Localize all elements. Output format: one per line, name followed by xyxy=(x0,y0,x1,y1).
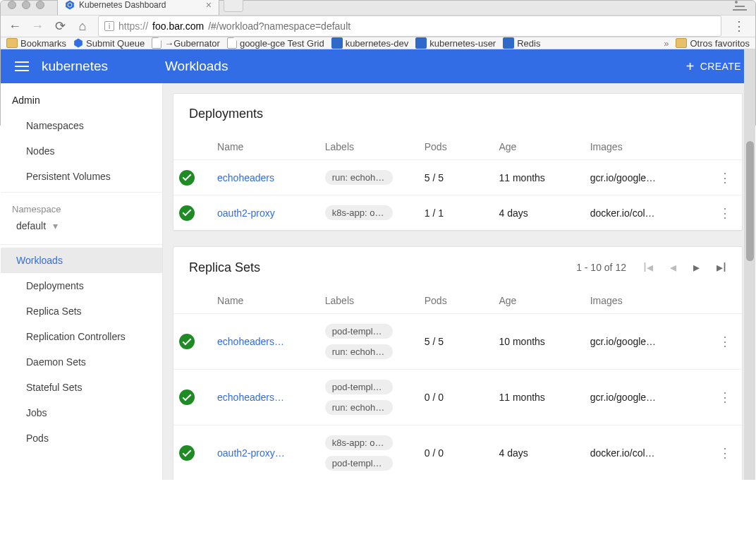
sidebar-item-workloads[interactable]: Workloads xyxy=(1,248,162,273)
sidebar-divider xyxy=(1,244,162,245)
home-icon[interactable]: ⌂ xyxy=(75,19,90,34)
bookmark-redis[interactable]: Redis xyxy=(503,37,540,49)
resource-link[interactable]: oauth2-proxy xyxy=(217,207,314,219)
next-page-icon[interactable]: ▸ xyxy=(693,260,700,275)
browser-chrome: Kubernetes Dashboard × ← → ⟳ ⌂ i https:/… xyxy=(0,0,756,126)
site-info-icon[interactable]: i xyxy=(104,21,114,31)
sidebar-item[interactable]: Nodes xyxy=(1,138,162,164)
label-chip[interactable]: run: echoh… xyxy=(325,170,393,185)
bookmark-gubernator[interactable]: →Gubernator xyxy=(152,37,220,49)
namespace-label: Namespace xyxy=(1,195,162,214)
row-menu-icon[interactable]: ⋮ xyxy=(719,390,731,404)
resource-link[interactable]: echoheaders xyxy=(217,172,314,183)
column-header[interactable]: Pods xyxy=(419,134,494,160)
reload-icon[interactable]: ⟳ xyxy=(53,18,67,34)
browser-tab[interactable]: Kubernetes Dashboard × xyxy=(57,0,219,15)
column-header[interactable]: Name xyxy=(212,134,319,160)
chrome-account-icon[interactable] xyxy=(733,1,747,11)
svg-marker-0 xyxy=(66,0,74,9)
label-chip[interactable]: pod-templ… xyxy=(325,324,393,339)
namespace-select[interactable]: default ▾ xyxy=(1,214,162,241)
bookmark-folder[interactable]: Bookmarks xyxy=(6,38,66,49)
tab-strip: Kubernetes Dashboard × xyxy=(1,0,755,15)
row-menu-icon[interactable]: ⋮ xyxy=(719,171,731,185)
url-host: foo.bar.com xyxy=(152,20,204,32)
images-cell: docker.io/col… xyxy=(590,447,703,459)
images-cell: docker.io/col… xyxy=(590,207,703,219)
column-header[interactable]: Images xyxy=(585,288,709,314)
age-cell: 10 months xyxy=(493,314,584,370)
first-page-icon[interactable]: I◂ xyxy=(643,260,653,275)
tab-title: Kubernetes Dashboard xyxy=(79,0,166,10)
row-menu-icon[interactable]: ⋮ xyxy=(719,446,731,460)
card-title: Replica Sets xyxy=(189,260,260,275)
images-cell: gcr.io/google… xyxy=(590,392,703,403)
label-chip[interactable]: run: echoh… xyxy=(325,344,393,359)
replicasets-card: Replica Sets 1 - 10 of 12 I◂ ◂ ▸ ▸I xyxy=(173,246,743,480)
new-tab-button[interactable] xyxy=(224,0,243,12)
folder-icon xyxy=(6,38,18,48)
close-tab-icon[interactable]: × xyxy=(206,0,212,11)
age-cell: 4 days xyxy=(493,195,584,231)
status-ok-icon xyxy=(179,170,195,186)
resource-link[interactable]: oauth2-proxy… xyxy=(217,447,314,459)
sidebar-divider xyxy=(1,192,162,193)
svg-marker-2 xyxy=(74,39,83,48)
table-row: oauth2-proxyk8s-app: o…1 / 14 daysdocker… xyxy=(173,195,742,231)
sidebar-item[interactable]: Replica Sets xyxy=(1,298,162,324)
sidebar-item[interactable]: Jobs xyxy=(1,400,162,425)
prev-page-icon[interactable]: ◂ xyxy=(670,260,676,275)
age-cell: 4 days xyxy=(493,425,584,481)
label-chip[interactable]: k8s-app: o… xyxy=(325,205,393,220)
resource-link[interactable]: echoheaders… xyxy=(217,336,314,347)
row-menu-icon[interactable]: ⋮ xyxy=(719,334,731,349)
browser-menu-icon[interactable]: ⋮ xyxy=(730,18,748,34)
bookmark-test-grid[interactable]: google-gce Test Grid xyxy=(227,37,324,49)
menu-icon[interactable] xyxy=(15,61,29,71)
sidebar-item[interactable]: Pods xyxy=(1,425,162,451)
app-logo[interactable]: kubernetes xyxy=(42,59,165,74)
column-header[interactable]: Name xyxy=(212,288,319,314)
resource-link[interactable]: echoheaders… xyxy=(217,392,314,403)
column-header[interactable]: Age xyxy=(493,134,584,160)
status-ok-icon xyxy=(179,205,195,221)
label-chip[interactable]: k8s-app: o… xyxy=(325,435,393,450)
back-icon[interactable]: ← xyxy=(8,19,22,34)
column-header[interactable]: Age xyxy=(493,288,584,314)
sidebar-item[interactable]: Deployments xyxy=(1,273,162,298)
label-chip[interactable]: pod-templ… xyxy=(325,456,393,471)
sidebar-item[interactable]: Stateful Sets xyxy=(1,375,162,400)
page-icon xyxy=(227,37,237,49)
create-button[interactable]: + CREATE xyxy=(686,60,741,73)
column-header[interactable]: Labels xyxy=(319,288,419,314)
label-chip[interactable]: pod-templ… xyxy=(325,380,393,394)
forward-icon[interactable]: → xyxy=(30,19,44,34)
sidebar-section-admin[interactable]: Admin xyxy=(1,83,162,113)
age-cell: 11 months xyxy=(493,160,584,195)
namespace-value: default xyxy=(16,220,46,231)
address-bar[interactable]: i https://foo.bar.com/#/workload?namespa… xyxy=(98,16,721,37)
status-ok-icon xyxy=(179,445,195,461)
pods-cell: 5 / 5 xyxy=(419,314,494,370)
column-header[interactable]: Pods xyxy=(419,288,494,314)
bookmark-overflow-icon[interactable]: » xyxy=(664,38,669,49)
label-chip[interactable]: run: echoh… xyxy=(325,400,393,415)
bookmark-k8s-user[interactable]: kubernetes-user xyxy=(415,37,496,49)
bookmark-submit-queue[interactable]: Submit Queue xyxy=(73,38,145,49)
browser-toolbar: ← → ⟳ ⌂ i https://foo.bar.com/#/workload… xyxy=(1,15,755,37)
bookmark-k8s-dev[interactable]: kubernetes-dev xyxy=(331,37,409,49)
last-page-icon[interactable]: ▸I xyxy=(717,260,726,275)
column-header[interactable]: Labels xyxy=(319,134,419,160)
sidebar-item[interactable]: Daemon Sets xyxy=(1,349,162,375)
scrollbar-thumb[interactable] xyxy=(746,141,754,261)
sidebar-item[interactable]: Persistent Volumes xyxy=(1,164,162,189)
app-body: Admin NamespacesNodesPersistent Volumes … xyxy=(1,83,755,480)
row-menu-icon[interactable]: ⋮ xyxy=(719,206,731,220)
sidebar-item[interactable]: Namespaces xyxy=(1,113,162,138)
page-title: Workloads xyxy=(165,59,228,74)
sidebar-item[interactable]: Replication Controllers xyxy=(1,324,162,349)
column-header[interactable]: Images xyxy=(585,134,709,160)
scrollbar-track[interactable] xyxy=(744,49,755,480)
bookmark-other-folder[interactable]: Otros favoritos xyxy=(676,38,750,49)
url-scheme: https:// xyxy=(118,20,148,32)
